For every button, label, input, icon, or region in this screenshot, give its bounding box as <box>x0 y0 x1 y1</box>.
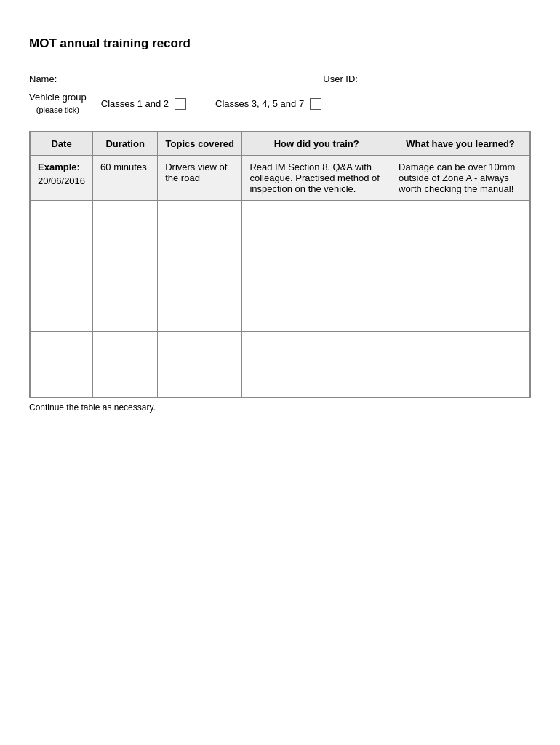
empty-learned-1[interactable] <box>391 200 530 266</box>
training-table: Date Duration Topics covered How did you… <box>30 132 530 397</box>
table-row <box>31 331 530 397</box>
empty-topics-1[interactable] <box>158 200 242 266</box>
empty-duration-3[interactable] <box>93 331 158 397</box>
name-userid-row: Name: User ID: <box>29 73 531 84</box>
vehicle-group-label: Vehicle group (please tick) <box>29 92 87 116</box>
empty-date-1[interactable] <box>31 200 93 266</box>
userid-label: User ID: <box>323 73 358 84</box>
empty-date-3[interactable] <box>31 331 93 397</box>
empty-learned-2[interactable] <box>391 266 530 331</box>
empty-how-1[interactable] <box>242 200 391 266</box>
training-table-container: Date Duration Topics covered How did you… <box>29 131 531 398</box>
empty-topics-2[interactable] <box>158 266 242 331</box>
vehicle-group-row: Vehicle group (please tick) Classes 1 an… <box>29 92 531 116</box>
classes-3-4-5-7-group: Classes 3, 4, 5 and 7 <box>215 98 321 110</box>
example-label: Example: <box>38 162 85 172</box>
table-row <box>31 266 530 331</box>
empty-topics-3[interactable] <box>158 331 242 397</box>
header-topics: Topics covered <box>158 132 242 155</box>
form-section: Name: User ID: Vehicle group (please tic… <box>29 73 531 116</box>
userid-input[interactable] <box>362 73 522 84</box>
classes-1-2-label: Classes 1 and 2 <box>101 98 169 109</box>
name-input[interactable] <box>61 73 265 84</box>
empty-how-3[interactable] <box>242 331 391 397</box>
example-row: Example: 20/06/2016 60 minutes Drivers v… <box>31 155 530 200</box>
example-duration-cell: 60 minutes <box>93 155 158 200</box>
table-row <box>31 200 530 266</box>
empty-how-2[interactable] <box>242 266 391 331</box>
classes-1-2-group: Classes 1 and 2 <box>101 98 186 110</box>
empty-duration-2[interactable] <box>93 266 158 331</box>
empty-date-2[interactable] <box>31 266 93 331</box>
example-date: 20/06/2016 <box>38 175 85 186</box>
name-field: Name: <box>29 73 265 84</box>
example-learned-cell: Damage can be over 10mm outside of Zone … <box>391 155 530 200</box>
header-date: Date <box>31 132 93 155</box>
name-label: Name: <box>29 73 57 84</box>
example-how-cell: Read IM Section 8. Q&A with colleague. P… <box>242 155 391 200</box>
header-duration: Duration <box>93 132 158 155</box>
classes-1-2-checkbox[interactable] <box>175 98 186 110</box>
empty-duration-1[interactable] <box>93 200 158 266</box>
classes-3-4-5-7-checkbox[interactable] <box>310 98 321 110</box>
classes-3-4-5-7-label: Classes 3, 4, 5 and 7 <box>215 98 304 109</box>
page-title: MOT annual training record <box>29 36 531 51</box>
footer-note: Continue the table as necessary. <box>29 402 531 413</box>
header-learned: What have you learned? <box>391 132 530 155</box>
empty-learned-3[interactable] <box>391 331 530 397</box>
example-date-cell: Example: 20/06/2016 <box>31 155 93 200</box>
example-topics-cell: Drivers view of the road <box>158 155 242 200</box>
userid-field: User ID: <box>323 73 522 84</box>
table-header-row: Date Duration Topics covered How did you… <box>31 132 530 155</box>
header-how: How did you train? <box>242 132 391 155</box>
